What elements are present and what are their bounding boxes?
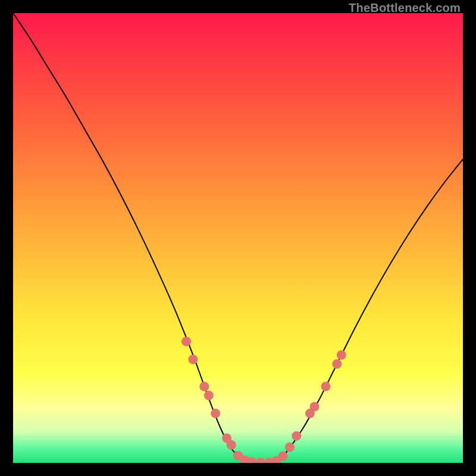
- watermark-text: TheBottleneck.com: [349, 1, 461, 15]
- marker-point: [181, 337, 191, 346]
- chart-canvas: [13, 13, 463, 463]
- marker-point: [337, 350, 346, 360]
- marker-point: [204, 391, 214, 400]
- marker-point: [227, 440, 236, 450]
- marker-point: [310, 402, 320, 412]
- marker-point: [211, 409, 220, 418]
- marker-point: [321, 381, 330, 391]
- marker-point: [332, 359, 342, 369]
- marker-point: [278, 452, 288, 461]
- marker-point: [188, 355, 198, 364]
- marker-point: [285, 443, 295, 452]
- marker-point: [199, 381, 209, 391]
- marker-point: [292, 431, 301, 441]
- chart-background: [13, 13, 463, 463]
- chart-frame: [13, 13, 463, 463]
